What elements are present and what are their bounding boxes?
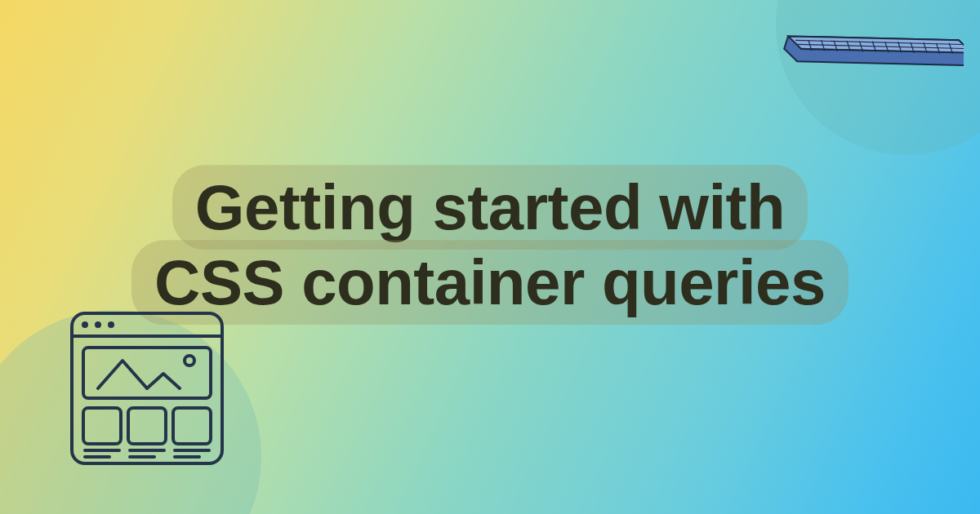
keyboard-icon [768, 8, 964, 158]
svg-rect-7 [83, 408, 121, 444]
svg-point-2 [82, 321, 88, 328]
svg-rect-9 [173, 408, 211, 444]
svg-point-3 [95, 321, 101, 328]
svg-marker-16 [782, 8, 964, 112]
title-container: Getting started with CSS container queri… [122, 170, 858, 320]
page-title: Getting started with CSS container queri… [131, 165, 849, 325]
svg-rect-8 [128, 408, 166, 444]
browser-window-icon [65, 307, 229, 473]
svg-point-4 [108, 321, 114, 328]
svg-point-6 [185, 356, 194, 366]
